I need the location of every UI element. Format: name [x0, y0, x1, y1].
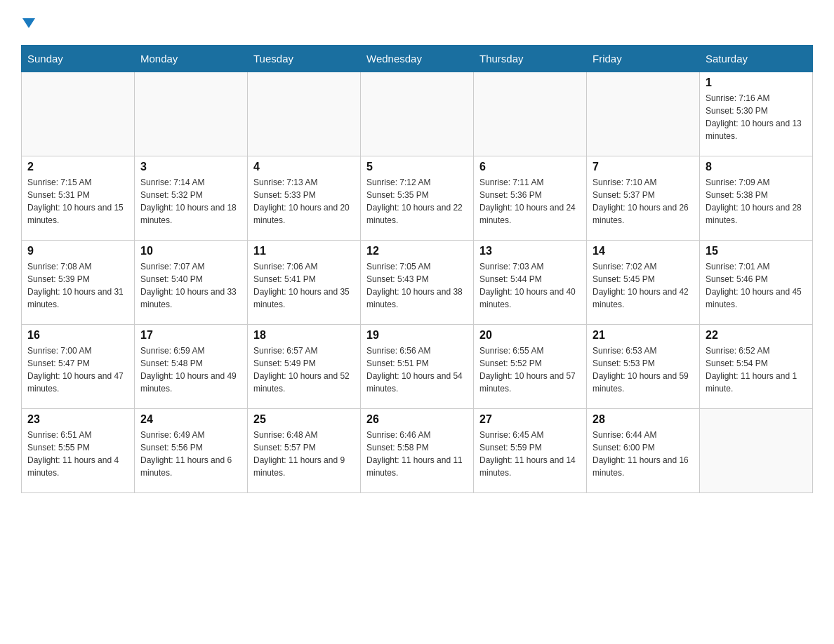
day-number: 15 — [706, 245, 807, 257]
day-info: Sunrise: 6:44 AMSunset: 6:00 PMDaylight:… — [593, 429, 694, 479]
calendar-cell — [587, 72, 700, 156]
day-number: 12 — [366, 245, 468, 257]
day-number: 2 — [27, 161, 128, 173]
day-info: Sunrise: 6:55 AMSunset: 5:52 PMDaylight:… — [479, 344, 581, 395]
calendar-cell — [361, 72, 474, 156]
day-info: Sunrise: 6:45 AMSunset: 5:59 PMDaylight:… — [479, 429, 581, 479]
day-number: 25 — [253, 413, 355, 426]
day-info: Sunrise: 7:02 AMSunset: 5:45 PMDaylight:… — [593, 260, 694, 311]
calendar-week-row: 1Sunrise: 7:16 AMSunset: 5:30 PMDaylight… — [22, 72, 813, 156]
calendar-cell: 7Sunrise: 7:10 AMSunset: 5:37 PMDaylight… — [587, 156, 700, 241]
day-info: Sunrise: 7:14 AMSunset: 5:32 PMDaylight:… — [140, 176, 241, 227]
day-number: 10 — [140, 245, 241, 257]
calendar-cell — [135, 72, 248, 156]
page-header — [21, 14, 813, 31]
calendar-cell: 2Sunrise: 7:15 AMSunset: 5:31 PMDaylight… — [22, 156, 135, 241]
weekday-header-tuesday: Tuesday — [248, 46, 361, 72]
day-number: 17 — [140, 329, 241, 342]
calendar-cell — [22, 72, 135, 156]
calendar-cell: 9Sunrise: 7:08 AMSunset: 5:39 PMDaylight… — [22, 241, 135, 325]
calendar-cell: 19Sunrise: 6:56 AMSunset: 5:51 PMDayligh… — [361, 325, 474, 409]
calendar-cell: 12Sunrise: 7:05 AMSunset: 5:43 PMDayligh… — [361, 241, 474, 325]
day-info: Sunrise: 6:53 AMSunset: 5:53 PMDaylight:… — [593, 344, 694, 395]
day-number: 6 — [479, 161, 581, 173]
calendar-table: SundayMondayTuesdayWednesdayThursdayFrid… — [21, 45, 813, 493]
day-number: 3 — [140, 161, 241, 173]
calendar-cell — [248, 72, 361, 156]
day-number: 5 — [366, 161, 468, 173]
day-info: Sunrise: 7:15 AMSunset: 5:31 PMDaylight:… — [27, 176, 128, 227]
svg-marker-0 — [22, 18, 35, 28]
calendar-cell: 8Sunrise: 7:09 AMSunset: 5:38 PMDaylight… — [700, 156, 813, 241]
calendar-cell: 4Sunrise: 7:13 AMSunset: 5:33 PMDaylight… — [248, 156, 361, 241]
day-number: 23 — [27, 413, 128, 426]
calendar-cell: 17Sunrise: 6:59 AMSunset: 5:48 PMDayligh… — [135, 325, 248, 409]
calendar-cell: 25Sunrise: 6:48 AMSunset: 5:57 PMDayligh… — [248, 409, 361, 493]
day-number: 11 — [253, 245, 355, 257]
calendar-cell — [474, 72, 587, 156]
day-info: Sunrise: 7:08 AMSunset: 5:39 PMDaylight:… — [27, 260, 128, 311]
day-number: 28 — [593, 413, 694, 426]
calendar-cell: 22Sunrise: 6:52 AMSunset: 5:54 PMDayligh… — [700, 325, 813, 409]
calendar-cell: 28Sunrise: 6:44 AMSunset: 6:00 PMDayligh… — [587, 409, 700, 493]
day-number: 26 — [366, 413, 468, 426]
calendar-week-row: 2Sunrise: 7:15 AMSunset: 5:31 PMDaylight… — [22, 156, 813, 241]
day-info: Sunrise: 7:12 AMSunset: 5:35 PMDaylight:… — [366, 176, 468, 227]
day-number: 8 — [706, 161, 807, 173]
day-info: Sunrise: 7:16 AMSunset: 5:30 PMDaylight:… — [706, 92, 807, 142]
calendar-cell — [700, 409, 813, 493]
day-info: Sunrise: 7:00 AMSunset: 5:47 PMDaylight:… — [27, 344, 128, 395]
calendar-cell: 6Sunrise: 7:11 AMSunset: 5:36 PMDaylight… — [474, 156, 587, 241]
day-number: 16 — [27, 329, 128, 342]
calendar-cell: 10Sunrise: 7:07 AMSunset: 5:40 PMDayligh… — [135, 241, 248, 325]
day-info: Sunrise: 7:09 AMSunset: 5:38 PMDaylight:… — [706, 176, 807, 227]
calendar-cell: 15Sunrise: 7:01 AMSunset: 5:46 PMDayligh… — [700, 241, 813, 325]
day-info: Sunrise: 6:59 AMSunset: 5:48 PMDaylight:… — [140, 344, 241, 395]
day-info: Sunrise: 7:05 AMSunset: 5:43 PMDaylight:… — [366, 260, 468, 311]
calendar-cell: 13Sunrise: 7:03 AMSunset: 5:44 PMDayligh… — [474, 241, 587, 325]
weekday-header-saturday: Saturday — [700, 46, 813, 72]
calendar-cell: 3Sunrise: 7:14 AMSunset: 5:32 PMDaylight… — [135, 156, 248, 241]
day-info: Sunrise: 6:49 AMSunset: 5:56 PMDaylight:… — [140, 429, 241, 479]
calendar-cell: 24Sunrise: 6:49 AMSunset: 5:56 PMDayligh… — [135, 409, 248, 493]
calendar-week-row: 16Sunrise: 7:00 AMSunset: 5:47 PMDayligh… — [22, 325, 813, 409]
day-number: 14 — [593, 245, 694, 257]
calendar-cell: 21Sunrise: 6:53 AMSunset: 5:53 PMDayligh… — [587, 325, 700, 409]
weekday-header-wednesday: Wednesday — [361, 46, 474, 72]
weekday-header-monday: Monday — [135, 46, 248, 72]
day-info: Sunrise: 7:10 AMSunset: 5:37 PMDaylight:… — [593, 176, 694, 227]
day-number: 22 — [706, 329, 807, 342]
calendar-cell: 11Sunrise: 7:06 AMSunset: 5:41 PMDayligh… — [248, 241, 361, 325]
weekday-header-thursday: Thursday — [474, 46, 587, 72]
day-info: Sunrise: 6:52 AMSunset: 5:54 PMDaylight:… — [706, 344, 807, 395]
day-number: 13 — [479, 245, 581, 257]
calendar-cell: 5Sunrise: 7:12 AMSunset: 5:35 PMDaylight… — [361, 156, 474, 241]
day-info: Sunrise: 7:01 AMSunset: 5:46 PMDaylight:… — [706, 260, 807, 311]
weekday-header-friday: Friday — [587, 46, 700, 72]
day-number: 9 — [27, 245, 128, 257]
day-number: 4 — [253, 161, 355, 173]
day-info: Sunrise: 6:51 AMSunset: 5:55 PMDaylight:… — [27, 429, 128, 479]
calendar-cell: 1Sunrise: 7:16 AMSunset: 5:30 PMDaylight… — [700, 72, 813, 156]
day-number: 1 — [706, 76, 807, 89]
logo — [21, 14, 38, 31]
calendar-cell: 16Sunrise: 7:00 AMSunset: 5:47 PMDayligh… — [22, 325, 135, 409]
day-number: 19 — [366, 329, 468, 342]
day-info: Sunrise: 6:48 AMSunset: 5:57 PMDaylight:… — [253, 429, 355, 479]
day-info: Sunrise: 7:06 AMSunset: 5:41 PMDaylight:… — [253, 260, 355, 311]
calendar-cell: 26Sunrise: 6:46 AMSunset: 5:58 PMDayligh… — [361, 409, 474, 493]
day-info: Sunrise: 6:46 AMSunset: 5:58 PMDaylight:… — [366, 429, 468, 479]
calendar-week-row: 9Sunrise: 7:08 AMSunset: 5:39 PMDaylight… — [22, 241, 813, 325]
calendar-cell: 20Sunrise: 6:55 AMSunset: 5:52 PMDayligh… — [474, 325, 587, 409]
day-number: 7 — [593, 161, 694, 173]
day-info: Sunrise: 7:03 AMSunset: 5:44 PMDaylight:… — [479, 260, 581, 311]
calendar-cell: 27Sunrise: 6:45 AMSunset: 5:59 PMDayligh… — [474, 409, 587, 493]
day-info: Sunrise: 7:13 AMSunset: 5:33 PMDaylight:… — [253, 176, 355, 227]
day-number: 24 — [140, 413, 241, 426]
calendar-cell: 23Sunrise: 6:51 AMSunset: 5:55 PMDayligh… — [22, 409, 135, 493]
weekday-header-sunday: Sunday — [22, 46, 135, 72]
day-info: Sunrise: 6:57 AMSunset: 5:49 PMDaylight:… — [253, 344, 355, 395]
day-number: 21 — [593, 329, 694, 342]
calendar-cell: 14Sunrise: 7:02 AMSunset: 5:45 PMDayligh… — [587, 241, 700, 325]
logo-triangle-icon — [22, 15, 38, 31]
